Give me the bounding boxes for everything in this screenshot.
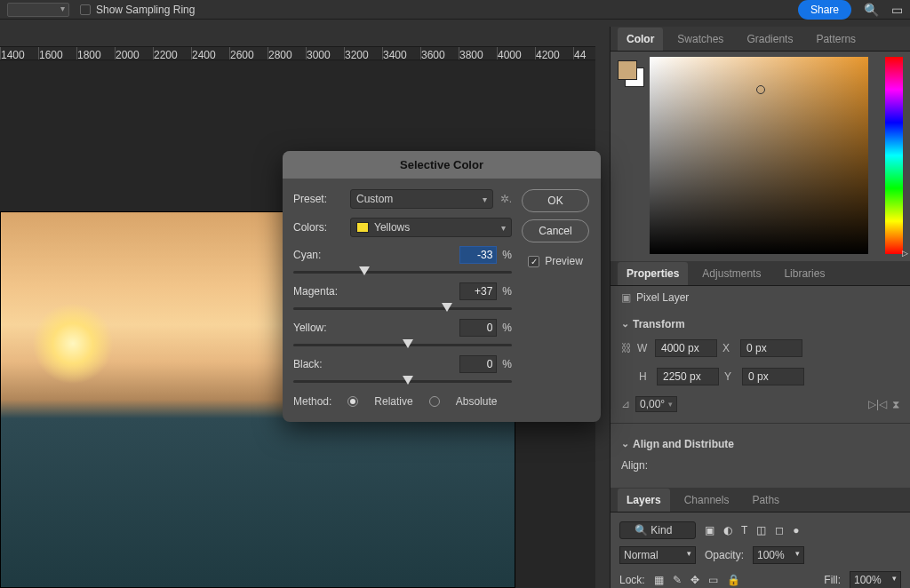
cyan-slider[interactable] (293, 271, 512, 274)
y-field[interactable]: 0 px (742, 368, 804, 385)
black-value[interactable]: 0 (459, 355, 497, 373)
lock-label: Lock: (619, 574, 645, 586)
fill-label: Fill: (824, 574, 841, 586)
color-indicator[interactable] (756, 85, 765, 94)
sampling-ring-checkbox[interactable] (80, 4, 91, 15)
black-slider-group: Black:0% (293, 355, 512, 383)
foreground-background-swatches[interactable] (618, 60, 637, 80)
lock-position-icon[interactable]: ✥ (690, 574, 699, 586)
ruler-mark: 2400 (191, 47, 229, 60)
cyan-value[interactable]: -33 (459, 246, 497, 264)
transform-header[interactable]: Transform (621, 309, 899, 334)
absolute-radio[interactable] (429, 396, 440, 407)
relative-label: Relative (374, 395, 412, 408)
black-slider[interactable] (293, 380, 512, 383)
y-label: Y (724, 370, 737, 383)
tab-color[interactable]: Color (618, 28, 663, 51)
ruler-mark: 2200 (153, 47, 191, 60)
selective-color-dialog: Selective Color Preset: Custom ✲. Colors… (283, 151, 601, 422)
workspace-icon[interactable]: ▭ (891, 3, 903, 17)
width-field[interactable]: 4000 px (655, 339, 717, 357)
align-header[interactable]: Align and Distribute (621, 429, 899, 454)
cyan-label: Cyan: (293, 249, 459, 261)
ruler-mark: 1800 (76, 47, 115, 60)
magenta-slider[interactable] (293, 307, 512, 310)
tab-swatches[interactable]: Swatches (668, 28, 732, 51)
angle-field[interactable]: 0,00° (635, 396, 677, 412)
share-button[interactable]: Share (798, 0, 851, 20)
tab-channels[interactable]: Channels (675, 489, 738, 512)
yellow-value[interactable]: 0 (459, 319, 497, 337)
color-picker-body: ▷ (611, 52, 910, 261)
color-field[interactable] (650, 57, 868, 254)
ruler-mark: 2000 (115, 47, 153, 60)
ruler-mark: 2800 (267, 47, 306, 60)
tab-layers[interactable]: Layers (618, 489, 670, 512)
ruler-mark: 4200 (535, 47, 573, 60)
filter-type-icon[interactable]: T (741, 524, 747, 536)
pixel-layer-icon: ▣ (621, 291, 631, 304)
layers-body: 🔍 Kind ▣ ◐ T ◫ ◻ ● Normal Opacity: 100% … (611, 513, 910, 588)
tab-paths[interactable]: Paths (743, 489, 788, 512)
yellow-slider[interactable] (293, 344, 512, 346)
angle-icon: ⊿ (621, 398, 630, 410)
preview-checkbox[interactable] (528, 256, 539, 267)
lock-artboard-icon[interactable]: ▭ (708, 574, 718, 586)
ruler-mark: 3400 (382, 47, 420, 60)
ruler-mark: 1400 (0, 47, 38, 60)
ok-button[interactable]: OK (522, 189, 589, 212)
properties-panel-tabs: Properties Adjustments Libraries (611, 261, 910, 286)
cancel-button[interactable]: Cancel (522, 219, 589, 242)
tab-adjustments[interactable]: Adjustments (693, 262, 770, 285)
layer-type-label: Pixel Layer (636, 291, 689, 304)
lock-pixels-icon[interactable]: ✎ (673, 574, 682, 586)
x-label: X (722, 342, 735, 354)
black-label: Black: (293, 358, 459, 370)
blend-mode-dropdown[interactable]: Normal (619, 546, 696, 564)
cyan-slider-group: Cyan:-33% (293, 246, 512, 274)
sampling-ring-label: Show Sampling Ring (96, 4, 195, 16)
x-field[interactable]: 0 px (740, 339, 802, 357)
magenta-value[interactable]: +37 (459, 282, 497, 300)
colors-label: Colors: (293, 221, 343, 234)
filter-shape-icon[interactable]: ◫ (756, 524, 766, 536)
sample-size-dropdown[interactable] (7, 3, 69, 17)
preview-label: Preview (545, 255, 583, 267)
opacity-field[interactable]: 100% (753, 546, 804, 564)
opacity-label: Opacity: (705, 549, 744, 561)
tab-patterns[interactable]: Patterns (807, 28, 865, 51)
options-bar: Show Sampling Ring Share 🔍 ▭ (0, 0, 910, 20)
ruler-mark: 3200 (344, 47, 382, 60)
foreground-swatch[interactable] (618, 60, 637, 80)
hue-slider[interactable] (885, 57, 903, 254)
tab-properties[interactable]: Properties (618, 262, 688, 285)
flip-vertical-icon[interactable]: ⧗ (892, 398, 899, 410)
tab-gradients[interactable]: Gradients (738, 28, 802, 51)
dialog-title: Selective Color (283, 151, 601, 179)
tab-libraries[interactable]: Libraries (775, 262, 834, 285)
relative-radio[interactable] (347, 396, 358, 407)
width-label: W (637, 342, 650, 354)
lock-all-icon[interactable]: 🔒 (727, 574, 740, 586)
flip-horizontal-icon[interactable]: ▷|◁ (868, 398, 887, 410)
ruler-mark: 3600 (420, 47, 459, 60)
hue-expand-icon[interactable]: ▷ (902, 249, 908, 258)
lock-transparency-icon[interactable]: ▦ (654, 574, 664, 586)
preset-menu-icon[interactable]: ✲. (500, 193, 512, 205)
filter-smart-icon[interactable]: ◻ (775, 524, 784, 536)
fill-field[interactable]: 100% (850, 571, 901, 588)
magenta-slider-group: Magenta:+37% (293, 282, 512, 310)
method-label: Method: (293, 395, 331, 408)
link-icon[interactable]: ⛓ (621, 342, 632, 354)
height-field[interactable]: 2250 px (657, 368, 719, 385)
search-icon[interactable]: 🔍 (864, 3, 879, 17)
preset-dropdown[interactable]: Custom (350, 189, 493, 209)
filter-pixel-icon[interactable]: ▣ (705, 524, 714, 536)
preset-label: Preset: (293, 193, 343, 205)
filter-toggle-icon[interactable]: ● (793, 524, 799, 536)
colors-dropdown[interactable]: Yellows (350, 218, 512, 237)
right-panel-column: Color Swatches Gradients Patterns ▷ Prop… (610, 27, 910, 588)
layer-filter-kind[interactable]: 🔍 Kind (619, 521, 696, 539)
filter-adjustment-icon[interactable]: ◐ (723, 524, 732, 536)
ruler-mark: 1600 (38, 47, 76, 60)
